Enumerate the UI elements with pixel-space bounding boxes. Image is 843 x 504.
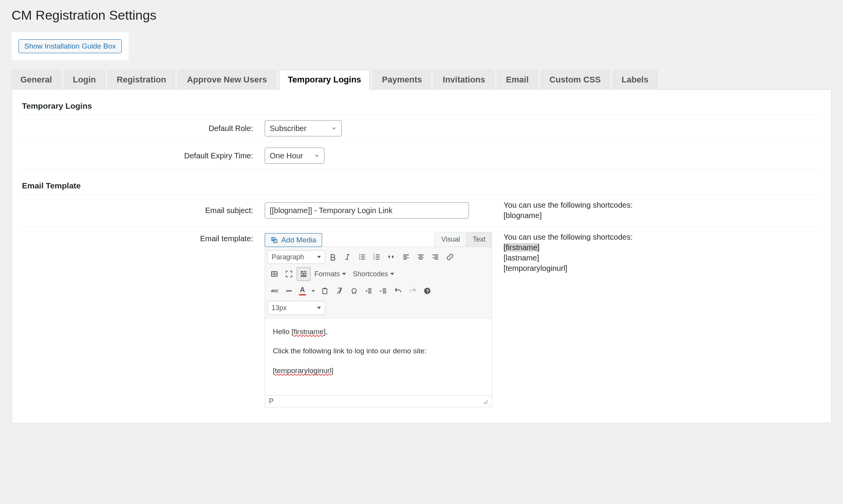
label-email-subject: Email subject: xyxy=(22,206,253,215)
svg-text:?: ? xyxy=(426,289,429,294)
media-icon xyxy=(270,236,278,244)
default-expiry-value: One Hour xyxy=(270,151,303,160)
editor-line-3: [temporaryloginurl] xyxy=(273,365,484,376)
default-role-select[interactable]: Subscriber xyxy=(265,120,342,136)
svg-rect-12 xyxy=(302,273,304,275)
tab-registration[interactable]: Registration xyxy=(108,70,175,90)
chevron-down-icon xyxy=(390,273,394,275)
page-title: CM Registration Settings xyxy=(12,8,831,23)
help-button[interactable]: ? xyxy=(420,284,434,298)
bold-button[interactable] xyxy=(326,250,340,264)
chevron-down-icon xyxy=(331,126,337,131)
svg-point-3 xyxy=(359,259,360,260)
chevron-down-icon xyxy=(342,273,346,275)
svg-rect-8 xyxy=(301,271,303,273)
tab-email[interactable]: Email xyxy=(497,70,537,90)
table-button[interactable] xyxy=(267,267,281,281)
tab-approve-new-users[interactable]: Approve New Users xyxy=(178,70,276,90)
svg-point-2 xyxy=(359,257,360,258)
tab-payments[interactable]: Payments xyxy=(373,70,431,90)
text-color-button[interactable]: A xyxy=(297,284,308,298)
chevron-down-icon xyxy=(314,153,319,158)
align-center-button[interactable] xyxy=(414,250,428,264)
row-default-role: Default Role: Subscriber xyxy=(22,115,821,142)
align-right-button[interactable] xyxy=(428,250,442,264)
paragraph-format-select[interactable]: Paragraph xyxy=(267,250,325,264)
label-default-expiry: Default Expiry Time: xyxy=(22,151,253,160)
numbered-list-button[interactable]: 123 xyxy=(370,250,384,264)
default-expiry-select[interactable]: One Hour xyxy=(265,148,324,164)
paste-text-button[interactable] xyxy=(318,284,332,298)
label-default-role: Default Role: xyxy=(22,124,253,133)
section-title-temporary-logins: Temporary Logins xyxy=(22,101,821,115)
guide-box-container: Show Installation Guide Box xyxy=(12,32,129,60)
blockquote-button[interactable] xyxy=(385,250,398,264)
editor-status-bar: P xyxy=(265,395,492,407)
special-character-button[interactable] xyxy=(347,284,361,298)
tab-general[interactable]: General xyxy=(12,70,61,90)
editor-line-1: Hello [firstname], xyxy=(273,326,484,338)
tab-custom-css[interactable]: Custom CSS xyxy=(541,70,610,90)
editor-mode-visual[interactable]: Visual xyxy=(435,232,467,247)
clear-formatting-button[interactable] xyxy=(332,284,346,298)
align-left-button[interactable] xyxy=(399,250,413,264)
label-email-template: Email template: xyxy=(22,232,253,243)
row-email-template: Email template: Add Media Visual Text xyxy=(22,227,821,413)
svg-rect-17 xyxy=(324,288,326,289)
indent-button[interactable] xyxy=(376,284,390,298)
svg-text:3: 3 xyxy=(373,257,375,260)
horizontal-rule-button[interactable] xyxy=(282,284,296,298)
editor-mode-text[interactable]: Text xyxy=(466,232,492,247)
email-subject-input[interactable] xyxy=(265,202,469,218)
svg-rect-9 xyxy=(304,271,305,273)
bullet-list-button[interactable] xyxy=(355,250,369,264)
editor-line-2: Click the following link to log into our… xyxy=(273,345,484,357)
tab-labels[interactable]: Labels xyxy=(613,70,657,90)
svg-rect-16 xyxy=(323,289,327,294)
svg-rect-10 xyxy=(306,271,307,273)
chevron-down-icon xyxy=(317,256,321,258)
svg-rect-14 xyxy=(301,276,307,277)
redo-button[interactable] xyxy=(406,284,420,298)
settings-panel: Temporary Logins Default Role: Subscribe… xyxy=(12,89,831,423)
section-title-email-template: Email Template xyxy=(22,181,821,195)
tab-login[interactable]: Login xyxy=(64,70,105,90)
wysiwyg-editor: Paragraph 123 xyxy=(265,247,492,407)
chevron-down-icon xyxy=(317,307,321,309)
fullscreen-button[interactable] xyxy=(282,267,296,281)
svg-point-1 xyxy=(359,254,360,255)
email-subject-help: You can use the following shortcodes: [b… xyxy=(504,200,821,221)
show-installation-guide-button[interactable]: Show Installation Guide Box xyxy=(18,39,122,53)
formats-dropdown[interactable]: Formats xyxy=(311,267,349,281)
tab-temporary-logins[interactable]: Temporary Logins xyxy=(279,70,370,90)
settings-tabs: General Login Registration Approve New U… xyxy=(12,70,831,90)
editor-element-path: P xyxy=(269,397,274,405)
toolbar-toggle-button[interactable] xyxy=(297,267,311,281)
svg-rect-13 xyxy=(305,273,307,275)
undo-button[interactable] xyxy=(391,284,405,298)
email-template-help: You can use the following shortcodes: [f… xyxy=(504,232,821,274)
svg-rect-11 xyxy=(301,273,302,275)
tab-invitations[interactable]: Invitations xyxy=(434,70,494,90)
default-role-value: Subscriber xyxy=(270,124,307,133)
add-media-button[interactable]: Add Media xyxy=(265,233,322,247)
editor-content[interactable]: Hello [firstname], Click the following l… xyxy=(265,318,492,395)
shortcodes-dropdown[interactable]: Shortcodes xyxy=(350,267,397,281)
text-color-dropdown[interactable] xyxy=(309,284,317,298)
font-size-select[interactable]: 13px xyxy=(267,301,325,315)
editor-toolbar: Paragraph 123 xyxy=(265,247,492,318)
insert-link-button[interactable] xyxy=(443,250,457,264)
strikethrough-button[interactable]: ABC xyxy=(267,284,281,298)
resize-grip-icon[interactable] xyxy=(482,399,488,404)
editor-mode-tabs: Visual Text xyxy=(435,232,492,247)
row-email-subject: Email subject: You can use the following… xyxy=(22,195,821,227)
outdent-button[interactable] xyxy=(362,284,376,298)
italic-button[interactable] xyxy=(341,250,354,264)
svg-point-0 xyxy=(272,238,273,239)
row-default-expiry: Default Expiry Time: One Hour xyxy=(22,142,821,170)
